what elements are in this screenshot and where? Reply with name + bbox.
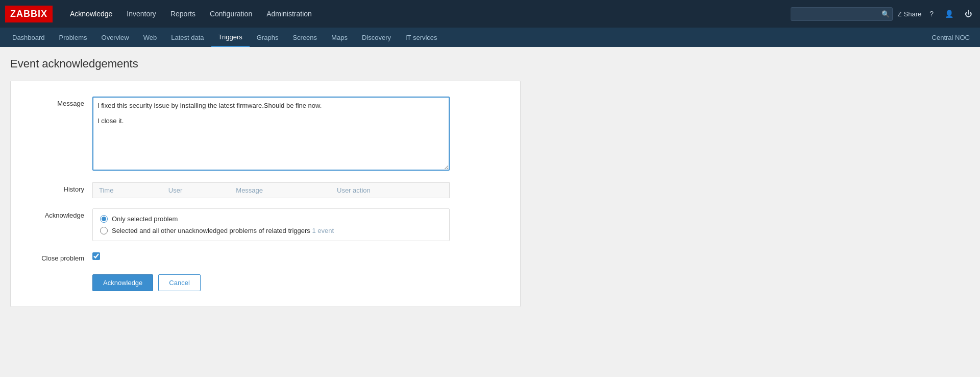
subnav-latest-data[interactable]: Latest data — [164, 29, 211, 46]
history-col-user-action: User action — [331, 183, 450, 198]
nav-inventory[interactable]: Inventory — [119, 1, 163, 27]
acknowledge-control: Only selected problem Selected and all o… — [92, 208, 510, 241]
radio-only-selected[interactable] — [100, 215, 108, 223]
history-col-time: Time — [93, 183, 162, 198]
subnav-web[interactable]: Web — [136, 29, 164, 46]
history-row: History Time User Message User action — [21, 182, 510, 198]
close-problem-control — [92, 252, 510, 262]
message-control: I fixed this security issue by installin… — [92, 97, 510, 172]
user-icon[interactable]: 👤 — [942, 8, 957, 20]
radio-label-1: Only selected problem — [112, 215, 178, 223]
history-col-message: Message — [230, 183, 331, 198]
acknowledge-row: Acknowledge Only selected problem Select… — [21, 208, 510, 241]
acknowledge-button[interactable]: Acknowledge — [92, 274, 153, 291]
history-control: Time User Message User action — [92, 182, 510, 198]
nav-monitoring[interactable]: Acknowledge — [63, 1, 119, 27]
acknowledge-label: Acknowledge — [21, 208, 92, 219]
top-nav-right: 🔍 Z Share ? 👤 ⏻ — [791, 7, 975, 21]
nav-administration[interactable]: Administration — [259, 1, 319, 27]
event-count: 1 event — [312, 227, 334, 234]
subnav-graphs[interactable]: Graphs — [250, 29, 286, 46]
close-problem-row: Close problem — [21, 251, 510, 262]
help-icon[interactable]: ? — [926, 8, 937, 20]
page-content: Event acknowledgements Message I fixed t… — [0, 47, 980, 377]
subnav-discovery[interactable]: Discovery — [355, 29, 398, 46]
subnav-screens[interactable]: Screens — [285, 29, 324, 46]
history-table: Time User Message User action — [92, 182, 450, 198]
close-problem-checkbox[interactable] — [92, 252, 100, 260]
nav-configuration[interactable]: Configuration — [203, 1, 259, 27]
search-input[interactable] — [791, 7, 893, 21]
radio-row-2: Selected and all other unacknowledged pr… — [100, 227, 442, 234]
message-label: Message — [21, 97, 92, 107]
search-wrapper: 🔍 — [791, 7, 893, 21]
share-button[interactable]: Z Share — [898, 10, 922, 18]
share-icon: Z — [898, 10, 902, 18]
button-row: Acknowledge Cancel — [21, 274, 510, 291]
subnav-triggers[interactable]: Triggers — [211, 28, 250, 47]
sub-navigation: Dashboard Problems Overview Web Latest d… — [0, 28, 980, 47]
history-col-user: User — [162, 183, 230, 198]
sub-nav-right-label: Central NOC — [932, 34, 975, 41]
subnav-maps[interactable]: Maps — [324, 29, 355, 46]
logo: ZABBIX — [5, 6, 53, 22]
form-card: Message I fixed this security issue by i… — [10, 81, 521, 307]
message-row: Message I fixed this security issue by i… — [21, 97, 510, 172]
subnav-overview[interactable]: Overview — [94, 29, 136, 46]
radio-label-2: Selected and all other unacknowledged pr… — [112, 227, 334, 234]
subnav-it-services[interactable]: IT services — [398, 29, 445, 46]
close-problem-label: Close problem — [21, 251, 92, 262]
nav-reports[interactable]: Reports — [163, 1, 203, 27]
subnav-problems[interactable]: Problems — [52, 29, 94, 46]
history-label: History — [21, 182, 92, 193]
search-icon: 🔍 — [881, 10, 890, 18]
share-label: Share — [904, 10, 922, 18]
ack-options: Only selected problem Selected and all o… — [92, 208, 450, 241]
message-textarea[interactable]: I fixed this security issue by installin… — [92, 97, 450, 171]
top-nav-links: Acknowledge Inventory Reports Configurat… — [63, 1, 791, 27]
radio-row-1: Only selected problem — [100, 215, 442, 223]
subnav-dashboard[interactable]: Dashboard — [5, 29, 52, 46]
cancel-button[interactable]: Cancel — [158, 274, 200, 291]
page-title: Event acknowledgements — [10, 57, 970, 70]
top-navigation: ZABBIX Acknowledge Inventory Reports Con… — [0, 0, 980, 28]
power-icon[interactable]: ⏻ — [962, 8, 975, 20]
radio-all-related[interactable] — [100, 227, 108, 234]
